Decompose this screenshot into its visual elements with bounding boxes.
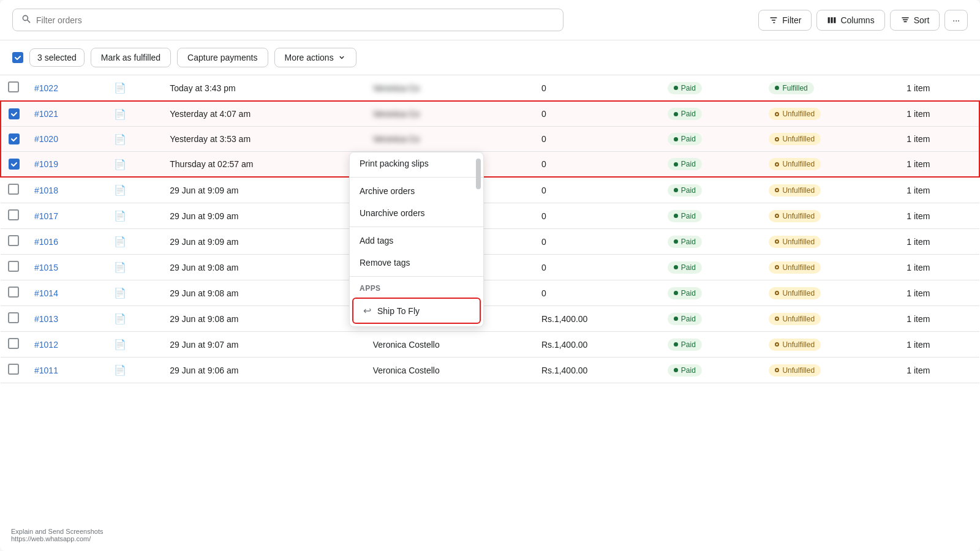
order-amount: 0 [534, 127, 660, 152]
customer-name: Veronica Costello [366, 332, 534, 358]
filter-button[interactable]: Filter [758, 10, 812, 31]
filter-icon [769, 15, 778, 25]
payment-badge-cell: Paid [660, 255, 762, 280]
order-number[interactable]: #1022 [27, 75, 107, 101]
columns-button[interactable]: Columns [816, 10, 884, 31]
order-number[interactable]: #1012 [27, 332, 107, 358]
payment-badge: Paid [668, 133, 702, 145]
order-number[interactable]: #1013 [27, 306, 107, 332]
order-date: Yesterday at 4:07 am [162, 101, 365, 127]
sort-button[interactable]: Sort [890, 10, 940, 31]
fulfillment-badge: Unfulfilled [769, 339, 821, 351]
dropdown-print-packing[interactable]: Print packing slips [350, 152, 483, 174]
dropdown-add-tags[interactable]: Add tags [350, 230, 483, 252]
fulfillment-badge: Fulfilled [769, 82, 813, 94]
items-count: 1 item [899, 127, 979, 152]
order-number[interactable]: #1011 [27, 358, 107, 383]
row-checkbox[interactable] [8, 287, 19, 298]
table-row: #1022📄Today at 3:43 pmVeronica Co0PaidFu… [1, 75, 979, 101]
dropdown-remove-tags[interactable]: Remove tags [350, 252, 483, 274]
customer-name: Veronica Costello [366, 358, 534, 383]
table-row: #1012📄29 Jun at 9:07 amVeronica Costello… [1, 332, 979, 358]
doc-icon: 📄 [114, 185, 126, 195]
more-actions-button[interactable]: More actions [274, 48, 356, 67]
fulfillment-badge-cell: Unfulfilled [761, 127, 899, 152]
more-actions-dropdown: Print packing slips Archive orders Unarc… [349, 152, 484, 327]
order-number[interactable]: #1021 [27, 101, 107, 127]
capture-payments-button[interactable]: Capture payments [177, 48, 268, 67]
fulfillment-badge-cell: Unfulfilled [761, 306, 899, 332]
sort-icon [900, 15, 910, 25]
order-date: 29 Jun at 9:09 am [162, 203, 365, 229]
payment-badge-cell: Paid [660, 229, 762, 255]
mark-fulfilled-button[interactable]: Mark as fulfilled [91, 48, 171, 67]
items-count: 1 item [899, 332, 979, 358]
fulfillment-badge: Unfulfilled [769, 236, 821, 248]
doc-icon: 📄 [114, 365, 126, 375]
order-date: 29 Jun at 9:06 am [162, 358, 365, 383]
row-checkbox[interactable] [8, 209, 19, 220]
table-row: #1020📄Yesterday at 3:53 amVeronica Co0Pa… [1, 127, 979, 152]
search-box[interactable] [12, 9, 564, 31]
fulfillment-badge: Unfulfilled [769, 287, 821, 299]
order-number[interactable]: #1018 [27, 177, 107, 203]
dropdown-ship-to-fly[interactable]: ↩ Ship To Fly [352, 298, 481, 324]
row-checkbox[interactable] [8, 261, 19, 272]
order-number[interactable]: #1020 [27, 127, 107, 152]
order-number[interactable]: #1014 [27, 280, 107, 306]
fulfillment-badge-cell: Unfulfilled [761, 358, 899, 383]
watermark: Explain and Send Screenshots https://web… [6, 525, 108, 545]
row-checkbox[interactable] [9, 133, 20, 144]
fulfillment-badge-cell: Unfulfilled [761, 101, 899, 127]
columns-icon [827, 15, 837, 25]
ship-icon: ↩ [363, 305, 371, 317]
fulfillment-badge-cell: Unfulfilled [761, 332, 899, 358]
payment-badge-cell: Paid [660, 358, 762, 383]
selection-bar: 3 selected Mark as fulfilled Capture pay… [0, 40, 980, 75]
row-checkbox[interactable] [8, 184, 19, 195]
table-row: #1011📄29 Jun at 9:06 amVeronica Costello… [1, 358, 979, 383]
doc-icon-cell: 📄 [107, 255, 162, 280]
doc-icon-cell: 📄 [107, 306, 162, 332]
row-checkbox[interactable] [8, 312, 19, 323]
table-row: #1021📄Yesterday at 4:07 amVeronica Co0Pa… [1, 101, 979, 127]
order-number[interactable]: #1015 [27, 255, 107, 280]
items-count: 1 item [899, 177, 979, 203]
row-checkbox[interactable] [9, 159, 20, 170]
payment-badge: Paid [668, 339, 702, 351]
more-toolbar-button[interactable]: ··· [944, 10, 968, 31]
order-number[interactable]: #1016 [27, 229, 107, 255]
toolbar: Filter Columns Sort ··· [0, 0, 980, 40]
order-amount: 0 [534, 255, 660, 280]
select-all-checkbox[interactable] [12, 52, 23, 63]
row-checkbox[interactable] [8, 364, 19, 375]
row-checkbox[interactable] [8, 235, 19, 246]
order-number[interactable]: #1017 [27, 203, 107, 229]
divider-3 [350, 276, 483, 277]
fulfillment-badge-cell: Unfulfilled [761, 177, 899, 203]
doc-icon-cell: 📄 [107, 101, 162, 127]
order-date: 29 Jun at 9:07 am [162, 332, 365, 358]
dropdown-archive[interactable]: Archive orders [350, 180, 483, 202]
items-count: 1 item [899, 203, 979, 229]
doc-icon-cell: 📄 [107, 229, 162, 255]
row-checkbox[interactable] [8, 338, 19, 349]
payment-badge-cell: Paid [660, 332, 762, 358]
doc-icon-cell: 📄 [107, 280, 162, 306]
order-number[interactable]: #1019 [27, 152, 107, 178]
row-checkbox[interactable] [9, 108, 20, 119]
search-input[interactable] [36, 15, 554, 25]
payment-badge: Paid [668, 287, 702, 299]
order-date: 29 Jun at 9:09 am [162, 177, 365, 203]
customer-name: Veronica Co [366, 101, 534, 127]
doc-icon: 📄 [114, 288, 126, 298]
items-count: 1 item [899, 75, 979, 101]
row-checkbox[interactable] [8, 81, 19, 92]
doc-icon-cell: 📄 [107, 332, 162, 358]
items-count: 1 item [899, 152, 979, 178]
order-date: 29 Jun at 9:08 am [162, 306, 365, 332]
dropdown-unarchive[interactable]: Unarchive orders [350, 202, 483, 224]
customer-name: Veronica Co [366, 127, 534, 152]
fulfillment-badge: Unfulfilled [769, 133, 821, 145]
doc-icon: 📄 [114, 211, 126, 221]
